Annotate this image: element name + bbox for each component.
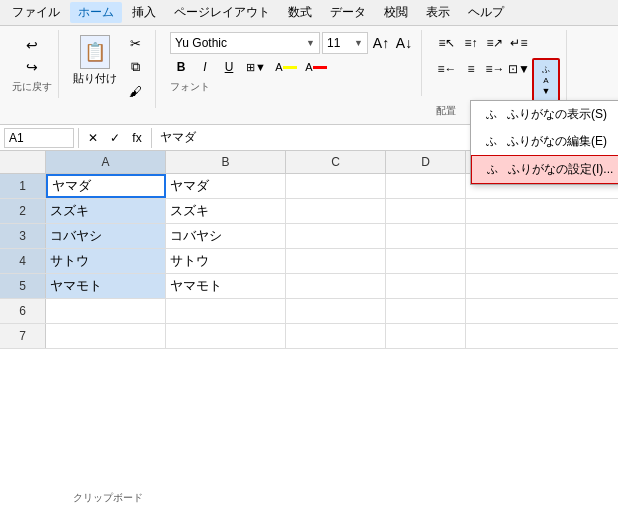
- italic-button[interactable]: I: [194, 56, 216, 78]
- border-button[interactable]: ⊞▼: [242, 56, 270, 78]
- align-center-button[interactable]: ≡: [460, 58, 482, 80]
- menu-data[interactable]: データ: [322, 2, 374, 23]
- row-number-2: 2: [0, 199, 46, 223]
- confirm-formula-button[interactable]: ✓: [105, 128, 125, 148]
- formula-bar-separator: [78, 128, 79, 148]
- font-grow-buttons: A↑ A↓: [370, 32, 415, 54]
- cell-a7[interactable]: [46, 324, 166, 348]
- cut-button[interactable]: ✂: [121, 32, 149, 54]
- font-name-select[interactable]: Yu Gothic ▼: [170, 32, 320, 54]
- menu-review[interactable]: 校閲: [376, 2, 416, 23]
- formula-icons: ✕ ✓ fx: [83, 128, 147, 148]
- cell-a5[interactable]: ヤマモト: [46, 274, 166, 298]
- cell-d6[interactable]: [386, 299, 466, 323]
- furigana-settings-item[interactable]: ふ ふりがなの設定(I)...: [471, 155, 618, 184]
- cell-a2[interactable]: スズキ: [46, 199, 166, 223]
- furigana-show-item[interactable]: ふ ふりがなの表示(S): [471, 101, 618, 128]
- cell-c7[interactable]: [286, 324, 386, 348]
- cell-reference-box[interactable]: A1: [4, 128, 74, 148]
- col-header-a[interactable]: A: [46, 151, 166, 173]
- col-header-c[interactable]: C: [286, 151, 386, 173]
- cell-d2[interactable]: [386, 199, 466, 223]
- bold-button[interactable]: B: [170, 56, 192, 78]
- cell-d5[interactable]: [386, 274, 466, 298]
- copy-button[interactable]: ⧉: [121, 56, 149, 78]
- cell-a3[interactable]: コバヤシ: [46, 224, 166, 248]
- cell-c2[interactable]: [286, 199, 386, 223]
- cell-b2[interactable]: スズキ: [166, 199, 286, 223]
- format-painter-button[interactable]: 🖌: [121, 80, 149, 102]
- cancel-formula-button[interactable]: ✕: [83, 128, 103, 148]
- align-top-left-button[interactable]: ≡↖: [436, 32, 458, 54]
- clipboard-group: 📋 貼り付け ✂ ⧉ 🖌 クリップボード: [67, 30, 156, 108]
- cell-c1[interactable]: [286, 174, 386, 198]
- menu-view[interactable]: 表示: [418, 2, 458, 23]
- cell-d7[interactable]: [386, 324, 466, 348]
- table-row: 5 ヤマモト ヤマモト: [0, 274, 618, 299]
- clipboard-label: クリップボード: [73, 491, 143, 505]
- table-row: 7: [0, 324, 618, 349]
- clipboard-small-buttons: ✂ ⧉ 🖌: [121, 32, 149, 102]
- furigana-button[interactable]: ふ A ▼: [532, 58, 560, 102]
- row-header-spacer: [0, 151, 46, 173]
- menu-page-layout[interactable]: ページレイアウト: [166, 2, 278, 23]
- furigana-edit-item[interactable]: ふ ふりがなの編集(E): [471, 128, 618, 155]
- cell-b5[interactable]: ヤマモト: [166, 274, 286, 298]
- col-header-b[interactable]: B: [166, 151, 286, 173]
- furigana-edit-icon: ふ: [483, 134, 499, 150]
- undo-button[interactable]: ↩: [20, 34, 44, 56]
- col-header-d[interactable]: D: [386, 151, 466, 173]
- table-row: 3 コバヤシ コバヤシ: [0, 224, 618, 249]
- cell-a1[interactable]: ヤマダ: [46, 174, 166, 198]
- fill-color-button[interactable]: A: [272, 56, 300, 78]
- cell-b6[interactable]: [166, 299, 286, 323]
- cell-a4[interactable]: サトウ: [46, 249, 166, 273]
- cell-d3[interactable]: [386, 224, 466, 248]
- row-number-3: 3: [0, 224, 46, 248]
- paste-button[interactable]: 📋 貼り付け: [73, 32, 117, 88]
- row-number-4: 4: [0, 249, 46, 273]
- insert-function-button[interactable]: fx: [127, 128, 147, 148]
- font-grow-button[interactable]: A↑: [370, 32, 392, 54]
- cell-b1[interactable]: ヤマダ: [166, 174, 286, 198]
- align-top-right-button[interactable]: ≡↗: [484, 32, 506, 54]
- cell-c4[interactable]: [286, 249, 386, 273]
- furigana-dropdown-menu: ふ ふりがなの表示(S) ふ ふりがなの編集(E) ふ ふりがなの設定(I)..…: [470, 100, 618, 185]
- font-color-button[interactable]: A: [302, 56, 330, 78]
- menu-insert[interactable]: 挿入: [124, 2, 164, 23]
- wrap-text-button[interactable]: ↵≡: [508, 32, 530, 54]
- align-bottom-row: ≡← ≡ ≡→ ⊡▼ ふ A ▼: [436, 58, 560, 102]
- redo-button[interactable]: ↪: [20, 56, 44, 78]
- cell-c6[interactable]: [286, 299, 386, 323]
- menu-formulas[interactable]: 数式: [280, 2, 320, 23]
- align-top-center-button[interactable]: ≡↑: [460, 32, 482, 54]
- menu-help[interactable]: ヘルプ: [460, 2, 512, 23]
- cell-b4[interactable]: サトウ: [166, 249, 286, 273]
- row-number-6: 6: [0, 299, 46, 323]
- font-group: Yu Gothic ▼ 11 ▼ A↑ A↓ B I U ⊞▼ A A フォ: [164, 30, 422, 96]
- font-name-chevron: ▼: [306, 38, 315, 48]
- undo-label: 元に戻す: [12, 80, 52, 94]
- table-row: 6: [0, 299, 618, 324]
- menu-home[interactable]: ホーム: [70, 2, 122, 23]
- font-size-select[interactable]: 11 ▼: [322, 32, 368, 54]
- align-right-button[interactable]: ≡→: [484, 58, 506, 80]
- cell-b7[interactable]: [166, 324, 286, 348]
- underline-button[interactable]: U: [218, 56, 240, 78]
- cell-d1[interactable]: [386, 174, 466, 198]
- furigana-show-icon: ふ: [483, 107, 499, 123]
- cell-a6[interactable]: [46, 299, 166, 323]
- menu-file[interactable]: ファイル: [4, 2, 68, 23]
- row-number-7: 7: [0, 324, 46, 348]
- cell-d4[interactable]: [386, 249, 466, 273]
- align-left-button[interactable]: ≡←: [436, 58, 458, 80]
- font-size-chevron: ▼: [354, 38, 363, 48]
- merge-button[interactable]: ⊡▼: [508, 58, 530, 80]
- cell-c5[interactable]: [286, 274, 386, 298]
- font-shrink-button[interactable]: A↓: [393, 32, 415, 54]
- undo-group: ↩ ↪ 元に戻す: [6, 30, 59, 98]
- font-name-row: Yu Gothic ▼ 11 ▼ A↑ A↓: [170, 32, 415, 54]
- cell-c3[interactable]: [286, 224, 386, 248]
- cell-b3[interactable]: コバヤシ: [166, 224, 286, 248]
- furigana-settings-icon: ふ: [484, 162, 500, 178]
